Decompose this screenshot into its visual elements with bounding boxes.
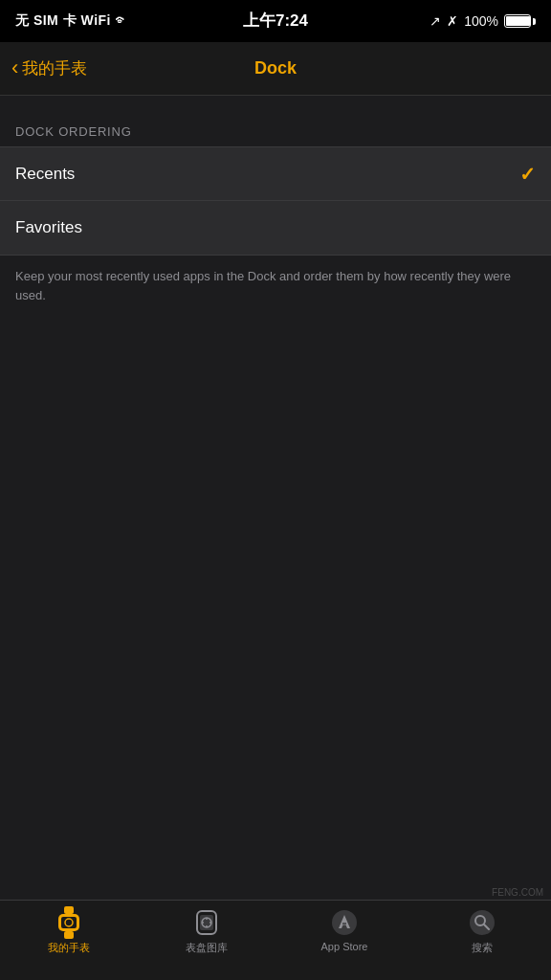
tab-face-library[interactable]: 表盘图库 xyxy=(138,908,276,955)
recents-option[interactable]: Recents ✓ xyxy=(0,147,551,201)
search-icon xyxy=(468,908,496,937)
favorites-label: Favorites xyxy=(15,218,82,237)
bluetooth-icon: ✗ xyxy=(447,13,458,29)
recents-checkmark: ✓ xyxy=(519,163,536,186)
page-title: Dock xyxy=(254,58,297,78)
content-area: DOCK ORDERING Recents ✓ Favorites Keep y… xyxy=(0,96,551,304)
svg-point-14 xyxy=(470,910,495,935)
nav-bar: ‹ 我的手表 Dock xyxy=(0,42,551,96)
tab-search[interactable]: 搜索 xyxy=(413,908,551,955)
section-header: DOCK ORDERING xyxy=(0,124,551,146)
status-bar: 无 SIM 卡 WiFi ᯤ 上午7:24 ↗ ✗ 100% xyxy=(0,0,551,42)
battery-percent: 100% xyxy=(464,13,498,29)
time: 上午7:24 xyxy=(243,10,308,32)
battery-icon xyxy=(504,14,536,28)
chevron-left-icon: ‹ xyxy=(11,57,18,78)
svg-rect-0 xyxy=(64,906,74,914)
location-icon: ↗ xyxy=(430,13,441,29)
tab-bar: 我的手表 表盘图库 xyxy=(0,900,551,980)
favorites-option[interactable]: Favorites xyxy=(0,201,551,255)
tab-face-library-label: 表盘图库 xyxy=(186,941,228,955)
tab-app-store-label: App Store xyxy=(321,941,368,952)
dock-ordering-list: Recents ✓ Favorites xyxy=(0,146,551,256)
description-text: Keep your most recently used apps in the… xyxy=(0,256,551,304)
tab-my-watch[interactable]: 我的手表 xyxy=(0,908,138,955)
face-library-icon xyxy=(192,908,221,937)
tab-search-label: 搜索 xyxy=(472,941,493,955)
app-store-icon xyxy=(330,908,359,937)
my-watch-icon xyxy=(55,908,83,937)
tab-my-watch-label: 我的手表 xyxy=(48,941,90,955)
recents-label: Recents xyxy=(15,165,75,184)
back-button[interactable]: ‹ 我的手表 xyxy=(11,57,87,79)
svg-rect-3 xyxy=(64,931,74,939)
tab-app-store[interactable]: App Store xyxy=(276,908,413,952)
status-right: ↗ ✗ 100% xyxy=(430,13,536,29)
watermark: FENG.COM xyxy=(492,887,543,898)
back-label: 我的手表 xyxy=(22,57,87,79)
carrier-wifi: 无 SIM 卡 WiFi ᯤ xyxy=(15,12,129,30)
